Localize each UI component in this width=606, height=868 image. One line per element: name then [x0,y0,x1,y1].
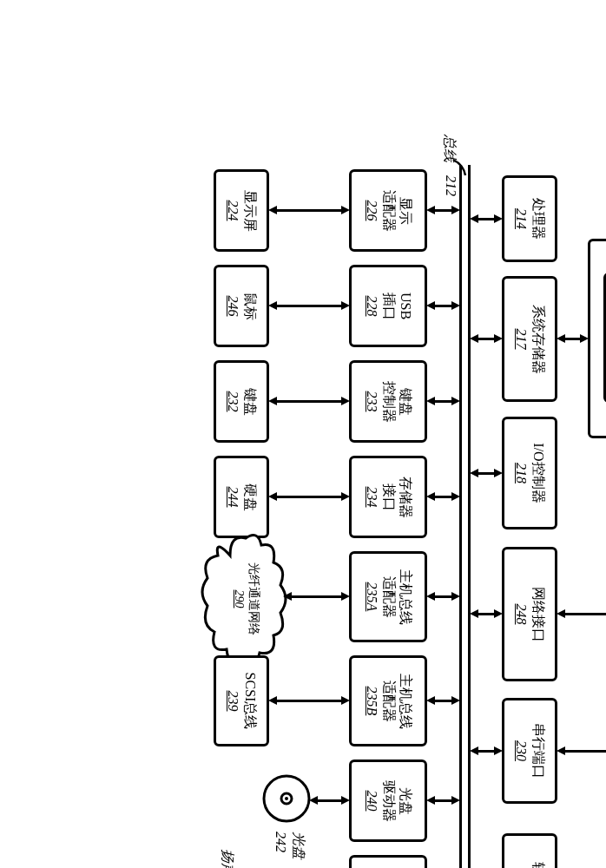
kbctrl-label: 键盘 控制器 [381,381,413,423]
display-label: 显示屏 [242,190,258,232]
speaker-icon [243,862,321,868]
display-adapter-box: 显示 适配器 226 [349,169,427,252]
usb-ref: 228 [363,296,379,317]
scsi-box: SCSI总线 239 [214,655,269,746]
display-box: 显示屏 224 [214,169,269,252]
hdd-ref: 244 [225,487,240,508]
hdd-label: 硬盘 [242,483,258,511]
cpu-label: 处理器 [530,198,546,240]
cpu-box: 处理器 214 [502,175,557,262]
mouse-label: 鼠标 [242,293,258,320]
hbaa-ref: 235A [363,582,379,612]
ioctrl-label: I/O控制器 [530,443,546,503]
audio-box: 音频 接口 222 [349,855,427,868]
dispad-label: 显示 适配器 [381,190,413,232]
cloud-label: 光纤通道网络 290 [232,529,261,668]
sysmem-ref: 217 [513,329,529,350]
serial-ref: 230 [513,740,529,761]
mouse-box: 鼠标 246 [214,265,269,347]
optdrv-box: 光盘 驱动器 240 [349,760,427,842]
netif-label: 网络接口 [530,587,546,642]
netif-ref: 248 [513,604,529,625]
ioctrl-box: I/O控制器 218 [502,417,557,529]
keyboard-label: 键盘 [242,388,258,416]
ioctrl-ref: 218 [513,463,529,483]
kbctrl-ref: 233 [363,391,379,412]
bus-pointer [448,158,474,201]
sysmem-box: 系统存储器 217 [502,276,557,402]
scsi-label: SCSI总线 [242,673,258,730]
dispad-ref: 226 [363,201,379,221]
svg-point-7 [285,797,288,800]
optdisc-ref: 242 [273,832,288,852]
hbab-ref: 235B [363,687,379,716]
optdrv-label: 光盘 驱动器 [381,780,413,822]
optdrv-ref: 240 [363,791,379,812]
system-diagram: 210 DNS 安全系统 101 调制解调器 247 软盘 238 处理器 21… [132,130,606,868]
serial-box: 串行端口 230 [502,698,557,804]
keyboard-box: 键盘 232 [214,360,269,443]
hdd-box: 硬盘 244 [214,456,269,538]
display-ref: 224 [225,201,240,221]
netif-box: 网络接口 248 [502,547,557,681]
floppyunit-box: 软盘单元 237 [502,833,557,868]
bus-line-bot [459,165,462,868]
scsi-ref: 239 [225,691,240,712]
optdisc-label: 光盘 [289,832,307,859]
fc-cloud: 光纤通道网络 290 [195,529,291,668]
usb-label: USB 插口 [381,293,413,320]
kbctrl-box: 键盘 控制器 233 [349,360,427,443]
hbaa-label: 主机总线 适配器 [381,569,413,625]
keyboard-ref: 232 [225,391,240,412]
usb-box: USB 插口 228 [349,265,427,347]
serial-label: 串行端口 [530,723,546,779]
storif-ref: 234 [363,487,379,508]
storif-label: 存储器 接口 [381,477,413,518]
floppyunit-label: 软盘单元 [530,862,546,868]
hba-b-box: 主机总线 适配器 235B [349,655,427,746]
storif-box: 存储器 接口 234 [349,456,427,538]
hba-a-box: 主机总线 适配器 235A [349,551,427,642]
hbab-label: 主机总线 适配器 [381,674,413,729]
mouse-ref: 246 [225,296,240,317]
disc-icon [260,773,313,825]
speaker-label: 扬声器系统 [218,849,236,868]
sysmem-label: 系统存储器 [530,305,546,374]
bus-line-top [468,165,471,868]
cpu-ref: 214 [513,208,529,229]
dns-outer-box: DNS 安全系统 [588,239,606,438]
